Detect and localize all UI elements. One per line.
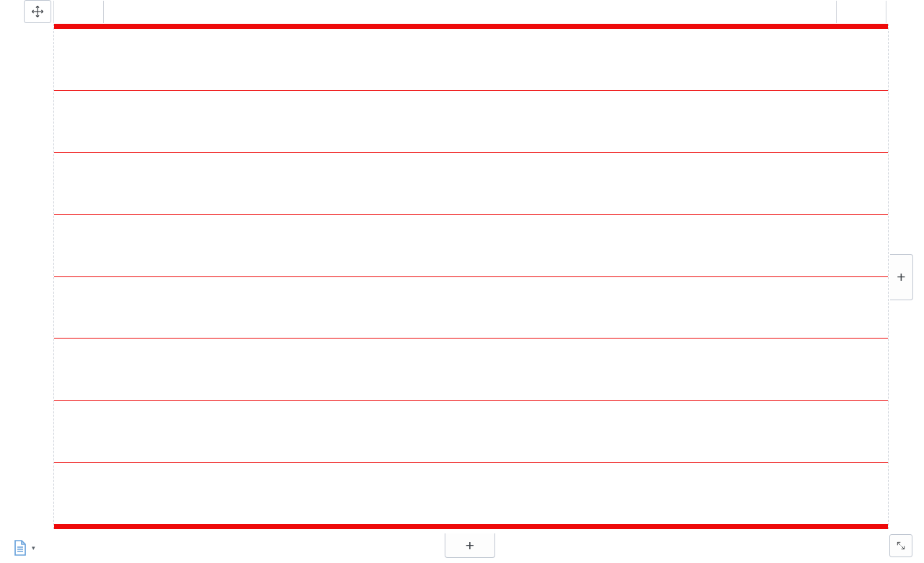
table-row[interactable] — [54, 91, 888, 153]
table-row[interactable] — [54, 401, 888, 463]
chevron-down-icon: ▾ — [32, 544, 35, 551]
move-arrows-icon — [30, 4, 45, 19]
plus-icon: + — [897, 269, 905, 286]
pages-button[interactable]: ▾ — [13, 539, 35, 557]
ruler-tick — [836, 1, 837, 23]
table-row[interactable] — [54, 29, 888, 91]
plus-icon: + — [466, 537, 474, 554]
add-column-button[interactable]: + — [890, 254, 913, 300]
diagonal-arrows-icon — [895, 540, 907, 551]
table-row[interactable] — [54, 215, 888, 277]
selection-top-border — [54, 24, 888, 29]
move-handle[interactable] — [24, 0, 51, 23]
table-row[interactable] — [54, 463, 888, 524]
table-row[interactable] — [54, 277, 888, 339]
ruler-tick — [103, 1, 104, 23]
table-row[interactable] — [54, 339, 888, 401]
table-selection[interactable] — [53, 24, 889, 529]
column-ruler[interactable] — [53, 1, 886, 23]
add-row-button[interactable]: + — [445, 533, 495, 558]
table-rows — [54, 29, 888, 524]
selection-bottom-border — [54, 524, 888, 529]
table-row[interactable] — [54, 153, 888, 215]
resize-handle[interactable] — [889, 534, 912, 557]
document-icon — [13, 539, 27, 557]
